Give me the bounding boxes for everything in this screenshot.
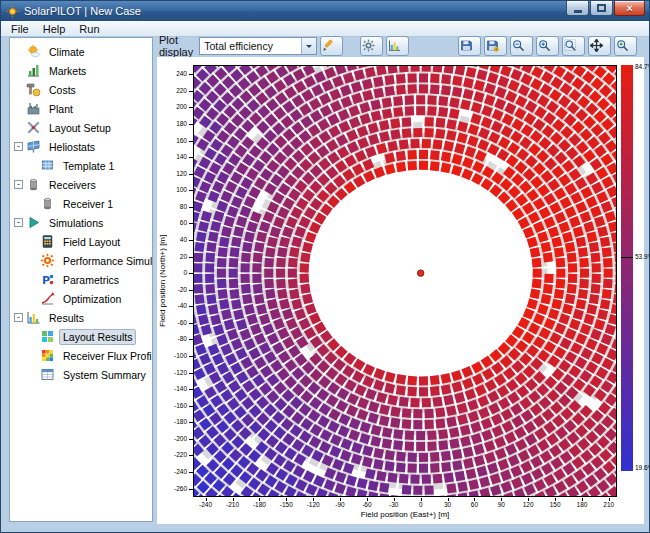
y-tick [189, 422, 193, 423]
sidebar-item-system-summary[interactable]: System Summary [10, 365, 152, 384]
collapse-toggle-icon[interactable]: - [14, 218, 23, 227]
x-tick-label: 60 [461, 501, 487, 508]
zoom-fit-button[interactable] [562, 36, 585, 56]
edit-plot-button[interactable] [320, 36, 343, 56]
x-tick-label: -150 [273, 501, 299, 508]
sidebar-item-results[interactable]: -Results [10, 308, 152, 327]
export-data-button[interactable] [484, 36, 507, 56]
y-tick [189, 91, 193, 92]
sidebar-item-label: Markets [45, 63, 90, 79]
field-layout-icon [40, 234, 55, 249]
y-tick-label: 200 [163, 103, 187, 110]
x-tick-label: 150 [542, 501, 568, 508]
sidebar-item-plant[interactable]: Plant [10, 99, 152, 118]
colorbar-mid-label: 53.9% [635, 253, 650, 260]
sidebar-item-receiver-flux-profile[interactable]: Receiver Flux Profile [10, 346, 152, 365]
menu-item-help[interactable]: Help [36, 22, 73, 36]
y-tick [189, 240, 193, 241]
sidebar-item-field-layout[interactable]: Field Layout [10, 232, 152, 251]
optimization-icon [40, 291, 55, 306]
zoom-out-button[interactable] [510, 36, 533, 56]
y-tick [189, 141, 193, 142]
sidebar-item-label: Optimization [59, 291, 125, 307]
sidebar-item-simulations[interactable]: -Simulations [10, 213, 152, 232]
sidebar-item-optimization[interactable]: Optimization [10, 289, 152, 308]
menu-item-run[interactable]: Run [72, 22, 106, 36]
x-axis-title: Field position (East+) [m] [193, 510, 617, 519]
y-tick-label: 240 [163, 70, 187, 77]
sidebar-item-costs[interactable]: Costs [10, 80, 152, 99]
field-layout-plot[interactable] [194, 66, 616, 496]
y-tick-label: 40 [163, 236, 187, 243]
minimize-button[interactable] [566, 1, 589, 16]
y-tick-label: -100 [163, 352, 187, 359]
sidebar-item-receiver-1[interactable]: Receiver 1 [10, 194, 152, 213]
y-tick-label: -80 [163, 335, 187, 342]
plot-data-button[interactable] [386, 36, 409, 56]
y-tick [189, 124, 193, 125]
template-icon [40, 158, 55, 173]
collapse-toggle-icon[interactable]: - [14, 313, 23, 322]
sidebar-item-layout-setup[interactable]: Layout Setup [10, 118, 152, 137]
plot-figure: Field position (North+) [m] Field positi… [157, 57, 644, 524]
sidebar-item-template-1[interactable]: Template 1 [10, 156, 152, 175]
sidebar-item-label: Receiver Flux Profile [59, 348, 153, 364]
x-tick-label: -240 [193, 501, 219, 508]
sidebar-item-markets[interactable]: Markets [10, 61, 152, 80]
plot-settings-button[interactable] [360, 36, 383, 56]
pan-button[interactable] [588, 36, 611, 56]
maximize-button[interactable] [590, 1, 613, 16]
y-tick-label: 0 [163, 269, 187, 276]
titlebar[interactable]: SolarPILOT | New Case × [1, 1, 649, 21]
zoom-original-button[interactable] [614, 36, 637, 56]
plot-display-label: Plot display [159, 34, 193, 58]
sidebar-item-receivers[interactable]: -Receivers [10, 175, 152, 194]
y-tick-label: -260 [163, 485, 187, 492]
y-tick-label: -140 [163, 385, 187, 392]
colorbar-mid-tick [621, 257, 633, 258]
x-tick-label: 90 [488, 501, 514, 508]
zoom-in-button[interactable] [536, 36, 559, 56]
y-tick-label: 100 [163, 186, 187, 193]
y-tick-label: 60 [163, 219, 187, 226]
y-axis-title: Field position (North+) [m] [157, 65, 168, 497]
plant-icon [26, 101, 41, 116]
y-tick [189, 439, 193, 440]
sidebar-item-parametrics[interactable]: PParametrics [10, 270, 152, 289]
y-tick-label: -120 [163, 369, 187, 376]
plot-display-select[interactable]: Total efficiency [199, 37, 317, 55]
sidebar-item-layout-results[interactable]: Layout Results [10, 327, 152, 346]
plot-display-value: Total efficiency [200, 40, 301, 52]
y-tick-label: -40 [163, 302, 187, 309]
sidebar-item-label: Field Layout [59, 234, 124, 250]
y-tick [189, 472, 193, 473]
y-tick-label: 80 [163, 203, 187, 210]
receivers-icon [26, 177, 41, 192]
save-image-button[interactable] [458, 36, 481, 56]
y-tick [189, 306, 193, 307]
y-tick-label: -220 [163, 451, 187, 458]
y-tick [189, 373, 193, 374]
sidebar-item-label: Parametrics [59, 272, 123, 288]
menu-item-file[interactable]: File [4, 22, 36, 36]
y-tick-label: -240 [163, 468, 187, 475]
sidebar-item-label: Climate [45, 44, 89, 60]
collapse-toggle-icon[interactable]: - [14, 142, 23, 151]
collapse-toggle-icon[interactable]: - [14, 180, 23, 189]
sidebar-item-label: Results [45, 310, 88, 326]
climate-icon [26, 44, 41, 59]
y-tick [189, 107, 193, 108]
y-tick-label: 160 [163, 137, 187, 144]
y-tick [189, 74, 193, 75]
y-tick-label: -160 [163, 402, 187, 409]
y-tick [189, 356, 193, 357]
sidebar-item-label: System Summary [59, 367, 150, 383]
sidebar-item-climate[interactable]: Climate [10, 42, 152, 61]
zoom-fit-icon [564, 39, 579, 54]
sidebar-item-performance-simulation[interactable]: Performance Simulation [10, 251, 152, 270]
combo-dropdown-icon[interactable] [301, 38, 316, 54]
system-summary-icon [40, 367, 55, 382]
sidebar-item-heliostats[interactable]: -Heliostats [10, 137, 152, 156]
close-button[interactable]: × [614, 1, 645, 16]
disk-icon [460, 39, 475, 54]
